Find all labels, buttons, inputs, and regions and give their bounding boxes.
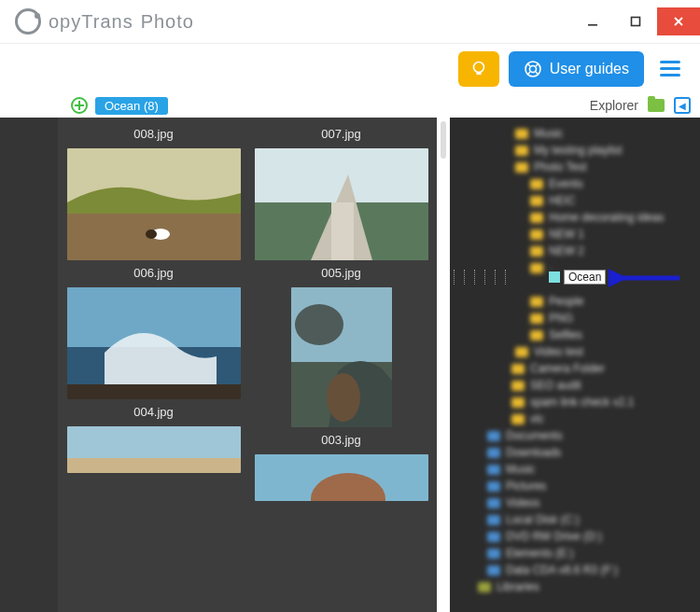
photo-gallery: 008.jpg 006.jpg xyxy=(58,118,437,612)
thumbnail-partial-1[interactable] xyxy=(67,426,241,473)
thumb-caption: 007.jpg xyxy=(321,127,361,141)
window-controls xyxy=(571,7,700,35)
main-area: 008.jpg 006.jpg xyxy=(0,118,700,612)
maximize-button[interactable] xyxy=(614,7,657,35)
drop-target-label: Ocean xyxy=(564,270,606,285)
app-title-part1: opyTrans xyxy=(49,11,133,33)
menu-icon xyxy=(660,61,680,76)
svg-rect-1 xyxy=(632,18,640,26)
thumbnail-007[interactable] xyxy=(255,148,428,260)
svg-point-21 xyxy=(327,373,360,422)
title-bar: opyTrans Photo xyxy=(0,0,700,43)
svg-rect-0 xyxy=(588,24,597,26)
add-album-icon[interactable] xyxy=(71,97,88,114)
minimize-button[interactable] xyxy=(571,7,614,35)
tips-button[interactable] xyxy=(458,51,499,87)
thumbnail-006[interactable] xyxy=(67,287,241,399)
sub-toolbar: Ocean (8) Explorer ◀ xyxy=(0,93,700,118)
thumbnail-005[interactable] xyxy=(291,287,392,427)
svg-point-20 xyxy=(295,304,343,345)
svg-rect-13 xyxy=(67,426,241,458)
close-button[interactable] xyxy=(657,7,700,35)
app-brand: opyTrans Photo xyxy=(15,8,194,35)
folder-tree[interactable]: Music My testing playlist Photo Test Eve… xyxy=(450,118,700,612)
thumbnail-partial-2[interactable] xyxy=(255,454,428,501)
svg-point-5 xyxy=(529,65,536,72)
collapse-panel-icon[interactable]: ◀ xyxy=(674,97,691,114)
brand-logo-icon xyxy=(15,8,41,35)
lifebuoy-icon xyxy=(524,60,542,78)
thumb-caption: 005.jpg xyxy=(321,266,361,280)
thumb-caption: 008.jpg xyxy=(133,127,174,141)
svg-rect-14 xyxy=(67,458,241,473)
svg-point-9 xyxy=(146,230,157,239)
tree-guide-lines xyxy=(454,270,506,285)
user-guides-label: User guides xyxy=(550,61,629,77)
pane-splitter[interactable] xyxy=(437,118,450,612)
svg-rect-3 xyxy=(476,72,481,75)
folder-icon[interactable] xyxy=(648,99,665,112)
lightbulb-icon xyxy=(469,60,488,78)
svg-point-2 xyxy=(473,62,483,72)
album-tag[interactable]: Ocean (8) xyxy=(95,97,168,115)
drop-target-folder-icon xyxy=(549,271,560,283)
explorer-label: Explorer xyxy=(590,98,638,113)
thumb-caption: 004.jpg xyxy=(133,405,174,419)
svg-rect-12 xyxy=(67,384,241,399)
thumb-caption: 006.jpg xyxy=(133,266,174,280)
folder-tree-blurred: Music My testing playlist Photo Test Eve… xyxy=(450,118,700,612)
device-panel xyxy=(0,118,58,612)
annotation-arrow-icon xyxy=(609,268,683,288)
svg-rect-17 xyxy=(331,202,354,260)
user-guides-button[interactable]: User guides xyxy=(509,51,644,87)
drop-target[interactable]: Ocean xyxy=(549,270,606,285)
thumbnail-008[interactable] xyxy=(67,148,241,260)
thumb-caption: 003.jpg xyxy=(321,433,361,447)
toolbar: User guides xyxy=(0,43,700,93)
main-menu-button[interactable] xyxy=(653,52,687,86)
app-title-part2: Photo xyxy=(141,11,194,33)
